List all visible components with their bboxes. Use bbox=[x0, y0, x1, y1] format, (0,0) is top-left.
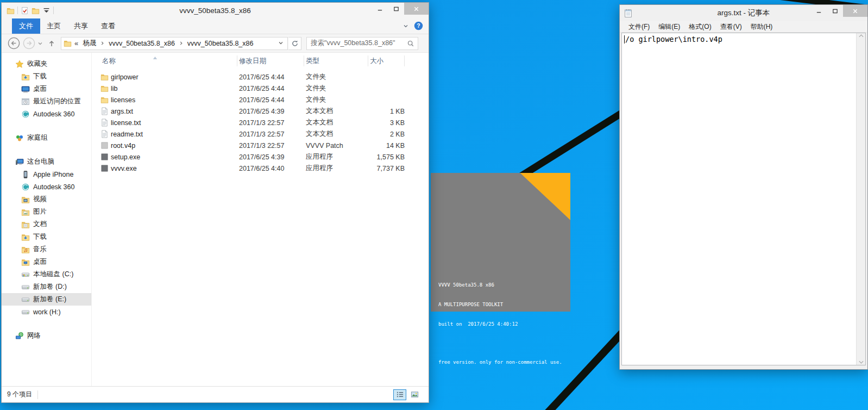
tab-view[interactable]: 查看 bbox=[95, 18, 122, 34]
file-type: 文本文档 bbox=[304, 107, 368, 116]
folder-icon bbox=[100, 84, 110, 92]
sidebar-section[interactable]: 网络 bbox=[2, 330, 91, 342]
sidebar-item[interactable]: 新加卷 (D:) bbox=[2, 281, 91, 293]
maximize-button[interactable] bbox=[827, 5, 843, 17]
menu-help[interactable]: 帮助(H) bbox=[746, 22, 777, 32]
file-row[interactable]: setup.exe2017/6/25 4:39应用程序1,575 KB bbox=[92, 151, 429, 163]
maximize-button[interactable] bbox=[388, 3, 404, 15]
address-bar[interactable]: « 杨晟 vvvv_50beta35.8_x86 vvvv_50beta35.8… bbox=[61, 37, 288, 50]
sidebar-item[interactable]: 新加卷 (E:) bbox=[2, 293, 91, 306]
file-name[interactable]: license.txt bbox=[110, 119, 237, 127]
scroll-up-icon[interactable] bbox=[859, 34, 864, 38]
sidebar-item[interactable]: 下载 bbox=[2, 70, 91, 83]
minimize-button[interactable] bbox=[372, 3, 388, 15]
file-row[interactable]: vvvv.exe2017/6/25 4:40应用程序7,737 KB bbox=[92, 163, 429, 174]
notepad-titlebar[interactable]: args.txt - 记事本 bbox=[620, 5, 867, 21]
tab-share[interactable]: 共享 bbox=[67, 18, 95, 34]
column-header-date[interactable]: 修改日期 bbox=[237, 55, 304, 66]
notepad-menubar: 文件(F) 编辑(E) 格式(O) 查看(V) 帮助(H) bbox=[620, 21, 867, 33]
details-view-button[interactable] bbox=[393, 389, 406, 400]
file-row[interactable]: args.txt2017/6/25 4:39文本文档1 KB bbox=[92, 105, 429, 117]
sidebar-item[interactable]: 下载 bbox=[2, 231, 91, 243]
forward-button[interactable] bbox=[23, 37, 35, 49]
address-dropdown-chevron-icon[interactable] bbox=[278, 40, 287, 47]
file-name[interactable]: licenses bbox=[110, 96, 237, 104]
column-header-size[interactable]: 大小 bbox=[368, 55, 405, 66]
file-name[interactable]: readme.txt bbox=[110, 131, 237, 138]
breadcrumb-folder-1[interactable]: vvvv_50beta35.8_x86 bbox=[108, 40, 176, 47]
breadcrumb-overflow[interactable]: « bbox=[74, 39, 78, 47]
file-type: 应用程序 bbox=[304, 152, 368, 161]
new-folder-icon[interactable] bbox=[32, 7, 40, 15]
sidebar-item[interactable]: 最近访问的位置 bbox=[2, 95, 91, 108]
menu-view[interactable]: 查看(V) bbox=[716, 22, 746, 32]
sidebar-item[interactable]: 图片 bbox=[2, 206, 91, 218]
thumbnail-view-button[interactable] bbox=[408, 389, 421, 400]
minimize-button[interactable] bbox=[810, 5, 827, 17]
sidebar-item-label: 最近访问的位置 bbox=[33, 97, 81, 106]
homegroup-icon bbox=[15, 134, 24, 142]
breadcrumb-chevron-icon[interactable] bbox=[176, 41, 186, 46]
menu-format[interactable]: 格式(O) bbox=[684, 22, 715, 32]
file-size: 2 KB bbox=[368, 131, 405, 138]
properties-check-icon[interactable] bbox=[21, 7, 29, 15]
file-row[interactable]: girlpower2017/6/25 4:44文件夹 bbox=[92, 71, 429, 83]
column-header-type[interactable]: 类型 bbox=[304, 55, 368, 66]
file-name[interactable]: lib bbox=[110, 85, 237, 92]
sidebar-item-label: Autodesk 360 bbox=[33, 183, 74, 191]
sidebar-item[interactable]: 文档 bbox=[2, 218, 91, 231]
qat-customize-chevron-icon[interactable] bbox=[42, 7, 51, 15]
explorer-titlebar[interactable]: vvvv_50beta35.8_x86 bbox=[2, 3, 429, 18]
splash-license-text: free version. only for non-commercial us… bbox=[438, 359, 562, 365]
close-button[interactable] bbox=[843, 5, 867, 17]
up-button[interactable] bbox=[47, 39, 56, 48]
folder-down-icon bbox=[21, 72, 30, 81]
vertical-scrollbar[interactable] bbox=[856, 33, 865, 365]
back-button[interactable] bbox=[8, 37, 20, 49]
folder-icon bbox=[100, 73, 110, 81]
sidebar-item[interactable]: Apple iPhone bbox=[2, 168, 91, 181]
sidebar-item[interactable]: Autodesk 360 bbox=[2, 108, 91, 120]
notepad-text-area[interactable]: /o girlpower\intro.v4p bbox=[622, 33, 856, 365]
tab-home[interactable]: 主页 bbox=[40, 18, 67, 34]
help-icon[interactable]: ? bbox=[414, 21, 423, 30]
sidebar-item[interactable]: 桌面 bbox=[2, 83, 91, 95]
sidebar-section[interactable]: 收藏夹 bbox=[2, 58, 91, 70]
file-list-pane: 名称 修改日期 类型 大小 girlpower2017/6/25 4:44文件夹… bbox=[92, 53, 429, 386]
breadcrumb-chevron-icon[interactable] bbox=[97, 41, 108, 46]
file-name[interactable]: girlpower bbox=[110, 73, 237, 81]
search-icon[interactable] bbox=[407, 40, 414, 47]
file-name[interactable]: args.txt bbox=[110, 108, 237, 115]
breadcrumb-user[interactable]: 杨晟 bbox=[81, 39, 97, 48]
sidebar-item[interactable]: 本地磁盘 (C:) bbox=[2, 268, 91, 281]
folder-music-icon bbox=[21, 245, 30, 254]
file-row[interactable]: license.txt2017/1/3 22:57文本文档3 KB bbox=[92, 117, 429, 128]
ribbon-expand-chevron-icon[interactable] bbox=[402, 23, 409, 29]
sidebar-item[interactable]: 桌面 bbox=[2, 256, 91, 268]
file-size: 1,575 KB bbox=[368, 153, 405, 161]
sidebar-item[interactable]: work (H:) bbox=[2, 306, 91, 318]
search-input[interactable]: 搜索"vvvv_50beta35.8_x86" bbox=[306, 37, 418, 50]
file-row[interactable]: root.v4p2017/1/3 22:57VVVV Patch14 KB bbox=[92, 140, 429, 151]
menu-file[interactable]: 文件(F) bbox=[624, 22, 654, 32]
tab-file[interactable]: 文件 bbox=[12, 18, 40, 34]
file-row[interactable]: licenses2017/6/25 4:44文件夹 bbox=[92, 94, 429, 105]
sidebar-item[interactable]: Autodesk 360 bbox=[2, 181, 91, 193]
file-name[interactable]: vvvv.exe bbox=[110, 165, 237, 172]
file-name[interactable]: setup.exe bbox=[110, 153, 237, 161]
menu-edit[interactable]: 编辑(E) bbox=[654, 22, 684, 32]
sidebar-section[interactable]: 家庭组 bbox=[2, 132, 91, 144]
refresh-button[interactable] bbox=[288, 37, 301, 50]
file-row[interactable]: lib2017/6/25 4:44文件夹 bbox=[92, 83, 429, 94]
breadcrumb-folder-2[interactable]: vvvv_50beta35.8_x86 bbox=[186, 40, 255, 47]
file-name[interactable]: root.v4p bbox=[110, 142, 237, 150]
scroll-down-icon[interactable] bbox=[859, 361, 864, 364]
sidebar-item[interactable]: 视频 bbox=[2, 193, 91, 206]
sidebar-item[interactable]: 音乐 bbox=[2, 243, 91, 256]
history-chevron-icon[interactable] bbox=[37, 41, 43, 46]
column-header-name[interactable]: 名称 bbox=[100, 55, 237, 66]
sidebar-section[interactable]: 这台电脑 bbox=[2, 156, 91, 168]
phone-icon bbox=[21, 170, 30, 179]
close-button[interactable] bbox=[404, 3, 429, 15]
file-row[interactable]: readme.txt2017/1/3 22:57文本文档2 KB bbox=[92, 128, 429, 140]
